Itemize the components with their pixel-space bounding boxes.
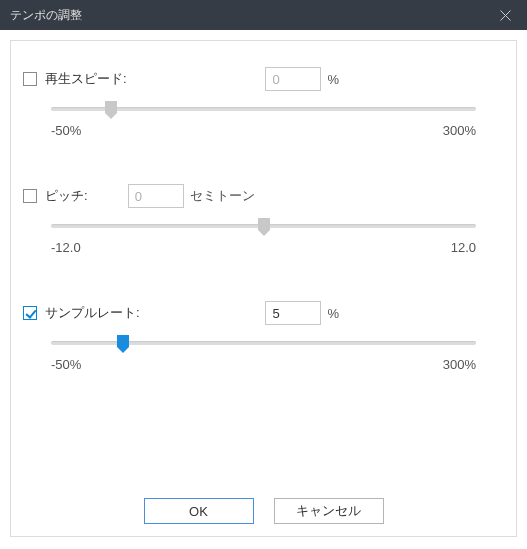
checkbox-playback-speed[interactable] — [23, 72, 37, 86]
unit-pitch: セミトーン — [190, 187, 255, 205]
slider-sample-rate[interactable] — [51, 341, 476, 345]
group-sample-rate: サンプルレート: % -50% 300% — [23, 300, 504, 372]
checkbox-pitch[interactable] — [23, 189, 37, 203]
slider-max: 300% — [443, 357, 476, 372]
input-sample-rate[interactable] — [265, 301, 321, 325]
unit-playback-speed: % — [327, 72, 339, 87]
titlebar: テンポの調整 — [0, 0, 527, 30]
close-button[interactable] — [483, 0, 527, 30]
slider-min: -50% — [51, 123, 81, 138]
svg-marker-1 — [258, 218, 270, 236]
slider-thumb[interactable] — [258, 218, 270, 236]
group-playback-speed: 再生スピード: % -50% 300% — [23, 66, 504, 138]
slider-max: 12.0 — [451, 240, 476, 255]
input-playback-speed[interactable] — [265, 67, 321, 91]
ok-button[interactable]: OK — [144, 498, 254, 524]
label-sample-rate: サンプルレート: — [45, 304, 140, 322]
label-playback-speed: 再生スピード: — [45, 70, 127, 88]
slider-thumb[interactable] — [105, 101, 117, 119]
slider-playback-speed[interactable] — [51, 107, 476, 111]
close-icon — [500, 10, 511, 21]
slider-min: -12.0 — [51, 240, 81, 255]
slider-track — [51, 341, 476, 345]
unit-sample-rate: % — [327, 306, 339, 321]
slider-thumb[interactable] — [117, 335, 129, 353]
svg-marker-0 — [105, 101, 117, 119]
slider-min: -50% — [51, 357, 81, 372]
group-pitch: ピッチ: セミトーン -12.0 12.0 — [23, 183, 504, 255]
checkbox-sample-rate[interactable] — [23, 306, 37, 320]
label-pitch: ピッチ: — [45, 187, 88, 205]
window-title: テンポの調整 — [10, 7, 82, 24]
svg-marker-2 — [117, 335, 129, 353]
slider-pitch[interactable] — [51, 224, 476, 228]
slider-max: 300% — [443, 123, 476, 138]
cancel-button[interactable]: キャンセル — [274, 498, 384, 524]
input-pitch[interactable] — [128, 184, 184, 208]
dialog-content: 再生スピード: % -50% 300% ピッチ: セミトーン — [10, 40, 517, 537]
